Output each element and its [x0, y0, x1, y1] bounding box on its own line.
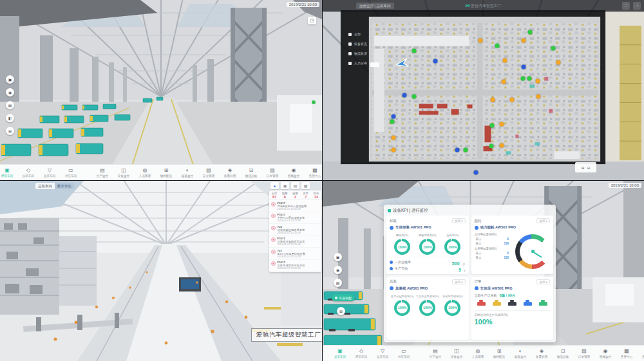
- toolbar-item[interactable]: ◇ 焊装车间: [351, 348, 372, 358]
- station-pin-button[interactable]: ◉: [334, 266, 342, 274]
- zoom-in-icon[interactable]: ⊕: [581, 165, 584, 170]
- map-status-dot[interactable]: [536, 95, 541, 99]
- toolbar-item[interactable]: ▭ 冲压车间: [61, 167, 82, 178]
- toolbar-item[interactable]: ▨ 订单管理: [262, 167, 283, 178]
- toolbar-item[interactable]: ⊡ 物流运输: [553, 348, 574, 358]
- alarm-list-item[interactable]: ✶ 7#1 冲压线压机压力异常 2019-01-07 12:25:28: [269, 272, 321, 272]
- settings-button[interactable]: ◔: [633, 2, 641, 10]
- alarm-list[interactable]: ✶ F1017 焊装A线机器人超温告警 2019-01-07 12:25:28 …: [269, 200, 321, 272]
- alarm-list-item[interactable]: ✶ F1011 总装线拧紧枪扭矩异常 2019-01-07 12:25:28: [269, 236, 321, 248]
- toolbar-item[interactable]: ◉ 视频监控: [283, 167, 305, 178]
- toolbar-item[interactable]: ◉ 视频监控: [595, 348, 616, 358]
- station-pin-button[interactable]: ▣: [6, 75, 14, 84]
- toolbar-item[interactable]: ◐ 能耗监控: [510, 348, 531, 358]
- map-status-dot[interactable]: [478, 39, 483, 43]
- toolbar-item[interactable]: ▭ 冲压车间: [393, 348, 415, 358]
- layer-filter-item[interactable]: 全部: [348, 32, 367, 36]
- toolbar-item[interactable]: ▤ 生产监控: [425, 348, 446, 358]
- toolbar-item[interactable]: ◈ 质量检测: [531, 348, 553, 358]
- checkbox-icon[interactable]: [348, 42, 352, 46]
- alarm-tab-button[interactable]: ▲: [270, 182, 279, 189]
- alarm-tab-button[interactable]: ▣: [281, 182, 289, 189]
- toolbar-item[interactable]: ▨ 订单管理: [574, 348, 595, 358]
- toolbar-item[interactable]: ▧ 安全管理: [198, 167, 220, 178]
- station-pin-button[interactable]: ◉: [6, 88, 14, 97]
- map-status-dot[interactable]: [522, 39, 526, 43]
- toolbar-item[interactable]: ▣ 焊装车间: [0, 167, 18, 178]
- map-status-dot[interactable]: [390, 120, 395, 124]
- toolbar-item[interactable]: ⊞ 物料配送: [156, 167, 177, 178]
- toolbar-item[interactable]: ◫ 设备监控: [113, 167, 135, 178]
- station-pin-button[interactable]: ⊞: [337, 307, 345, 315]
- alarm-stat[interactable]: 异常 7: [301, 192, 311, 199]
- station-label-pill[interactable]: 车身装配: [332, 294, 355, 301]
- card-filter-select[interactable]: 全部 ▾: [536, 279, 550, 284]
- map-status-dot[interactable]: [502, 80, 506, 84]
- view-mode-chip[interactable]: 运营监控 | 总装车间: [356, 3, 394, 9]
- map-status-dot[interactable]: [392, 148, 396, 153]
- map-corner-control[interactable]: ⊕ ⊖: [575, 162, 596, 172]
- toolbar-item[interactable]: ⊠ 系统设置: [638, 348, 644, 358]
- map-status-dot[interactable]: [474, 171, 478, 175]
- alarm-tab-button[interactable]: ▤: [291, 182, 299, 189]
- alarm-list-item[interactable]: ✶ 7#2 涂装线输送链速度异常 2019-01-07 12:25:28: [269, 224, 321, 236]
- map-status-dot[interactable]: [522, 65, 526, 69]
- station-pin-button[interactable]: ◧: [6, 114, 14, 122]
- alarm-list-item[interactable]: ✶ F1017 中控PLC通讯连接异常 2019-01-07 12:25:28: [269, 212, 321, 225]
- station-pin-button[interactable]: ▣: [334, 253, 342, 261]
- map-status-dot[interactable]: [527, 77, 532, 81]
- map-status-dot[interactable]: [392, 115, 396, 119]
- layer-filter-item[interactable]: 人员分布: [348, 61, 367, 65]
- map-status-dot[interactable]: [392, 136, 396, 140]
- toolbar-item[interactable]: ◫ 设备监控: [446, 348, 468, 358]
- toolbar-item[interactable]: ▩ 告警中心: [616, 348, 638, 358]
- map-status-dot[interactable]: [528, 30, 533, 35]
- card-filter-select[interactable]: 全部 ▾: [536, 218, 550, 223]
- alarm-list-item[interactable]: ✶ F1017 焊装A线机器人超温告警 2019-01-07 12:25:28: [269, 200, 321, 212]
- map-status-dot[interactable]: [433, 59, 438, 64]
- toolbar-item[interactable]: ▽ 涂装车间: [372, 348, 393, 358]
- alarm-tab-button[interactable]: ▦: [301, 182, 310, 189]
- layers-toggle-button[interactable]: ◳: [308, 17, 316, 24]
- toolbar-item[interactable]: ▤ 生产监控: [92, 167, 113, 178]
- fullscreen-button[interactable]: ⛶: [622, 2, 630, 10]
- map-status-dot[interactable]: [464, 148, 468, 153]
- toolbar-item[interactable]: ◈ 质量检测: [220, 167, 241, 178]
- alarm-stat[interactable]: 预警 8: [279, 192, 290, 199]
- map-status-dot[interactable]: [521, 77, 526, 81]
- map-status-dot[interactable]: [412, 49, 417, 53]
- toolbar-item[interactable]: ▩ 告警中心: [305, 167, 323, 178]
- shop-mode-chip[interactable]: 总装车间 数字孪生: [35, 183, 74, 189]
- card-filter-select[interactable]: 全部 ▾: [452, 218, 466, 223]
- station-pin-button[interactable]: ▤: [334, 279, 342, 287]
- checkbox-icon[interactable]: [348, 33, 352, 36]
- alarm-list-item[interactable]: ✶ 7#1 AGV小车电量过低告警 2019-01-07 12:25:28: [269, 248, 321, 260]
- map-status-dot[interactable]: [491, 98, 495, 102]
- toolbar-item[interactable]: ◐ 能耗监控: [177, 167, 198, 178]
- map-status-dot[interactable]: [510, 98, 515, 102]
- toolbar-item[interactable]: ◍ 人员管理: [135, 167, 156, 178]
- layer-filter-item[interactable]: 设备状态: [348, 42, 367, 46]
- map-status-dot[interactable]: [455, 148, 460, 153]
- toolbar-item[interactable]: ◇ 涂装车间: [18, 167, 39, 178]
- map-status-dot[interactable]: [412, 95, 417, 99]
- toolbar-item[interactable]: ▽ 总装车间: [39, 167, 61, 178]
- map-status-dot[interactable]: [500, 143, 504, 148]
- map-status-dot[interactable]: [556, 60, 561, 65]
- map-status-dot[interactable]: [490, 124, 495, 128]
- checkbox-icon[interactable]: [348, 52, 352, 55]
- toolbar-item[interactable]: ⊡ 物流运输: [241, 167, 262, 178]
- layer-filter-item[interactable]: 物流轨迹: [348, 51, 367, 55]
- alarm-stat[interactable]: 其他 14: [311, 192, 321, 199]
- map-status-dot[interactable]: [500, 122, 504, 127]
- map-status-dot[interactable]: [495, 44, 500, 48]
- station-pin-button[interactable]: ⊞: [6, 127, 14, 135]
- toolbar-item[interactable]: ◍ 人员管理: [468, 348, 489, 358]
- checkbox-icon[interactable]: [348, 62, 352, 65]
- toolbar-item[interactable]: ▣ 总装车间: [330, 348, 351, 358]
- map-zoom-control[interactable]: [370, 62, 379, 67]
- alarm-stat[interactable]: 告警 2: [290, 192, 300, 199]
- alarm-stat[interactable]: 全部 87: [269, 192, 279, 199]
- station-pin-button[interactable]: ▤: [6, 101, 14, 109]
- map-status-dot[interactable]: [503, 59, 507, 63]
